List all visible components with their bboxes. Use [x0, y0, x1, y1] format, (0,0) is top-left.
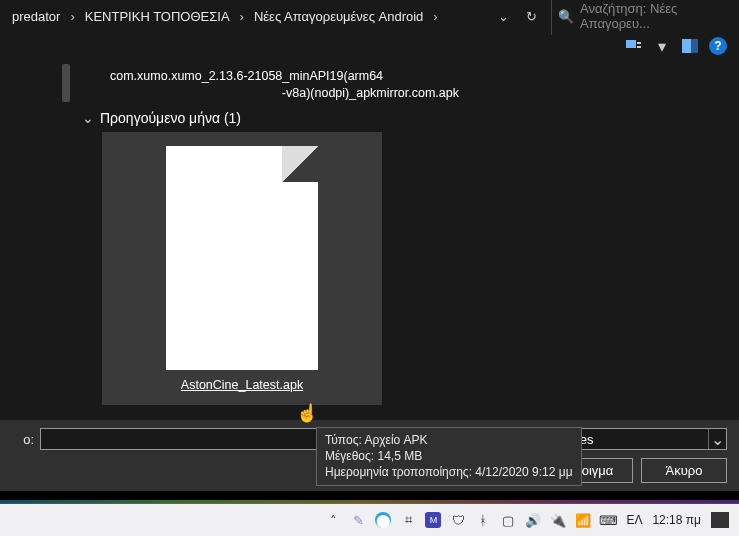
file-name-overflow: com.xumo.xumo_2.13.6-21058_minAPI19(arm6… [78, 68, 739, 102]
preview-pane-icon[interactable] [681, 37, 699, 55]
chevron-right-icon: › [431, 9, 439, 24]
taskbar[interactable]: ˄ ✎ ⬤ ⌗ M 🛡 ᚼ ▢ 🔊 🔌 📶 ⌨ ΕΛ 12:18 πμ [0, 504, 739, 536]
breadcrumb-item[interactable]: Νέες Απαγορευμένες Android [250, 7, 427, 26]
breadcrumb-item[interactable]: predator [8, 7, 64, 26]
svg-rect-4 [691, 39, 698, 53]
power-icon[interactable]: 🔌 [550, 512, 566, 528]
filename-label: ο: [12, 432, 34, 447]
volume-icon[interactable]: 🔊 [525, 512, 541, 528]
svg-rect-2 [637, 46, 641, 48]
history-dropdown-icon[interactable]: ⌄ [495, 8, 511, 24]
search-icon: 🔍 [558, 9, 574, 24]
file-item[interactable]: AstonCine_Latest.apk [102, 132, 382, 405]
notifications-icon[interactable] [711, 512, 729, 528]
clock[interactable]: 12:18 πμ [652, 513, 701, 527]
breadcrumb-item[interactable]: ΚΕΝΤΡΙΚΗ ΤΟΠΟΘΕΣΙΑ [81, 7, 234, 26]
help-icon[interactable]: ? [709, 37, 727, 55]
pen-icon[interactable]: ✎ [350, 512, 366, 528]
refresh-icon[interactable]: ↻ [523, 8, 539, 24]
chevron-right-icon: › [68, 9, 76, 24]
view-options-icon[interactable] [625, 37, 643, 55]
language-indicator[interactable]: ΕΛ [626, 513, 642, 527]
svg-rect-0 [626, 40, 636, 48]
chevron-down-icon: ⌄ [82, 110, 94, 126]
app-icon[interactable]: M [425, 512, 441, 528]
system-tray: ˄ ✎ ⬤ ⌗ M 🛡 ᚼ ▢ 🔊 🔌 📶 ⌨ [325, 512, 616, 528]
app-icon[interactable]: ⬤ [375, 512, 391, 528]
chevron-down-icon[interactable]: ⌄ [708, 429, 726, 449]
group-header[interactable]: ⌄ Προηγούμενο μήνα (1) [78, 102, 739, 130]
cancel-button[interactable]: Άκυρο [641, 458, 727, 483]
slack-icon[interactable]: ⌗ [400, 512, 416, 528]
wifi-icon[interactable]: 📶 [575, 512, 591, 528]
bluetooth-icon[interactable]: ᚼ [475, 512, 491, 528]
scrollbar[interactable] [0, 60, 74, 420]
breadcrumb[interactable]: predator › ΚΕΝΤΡΙΚΗ ΤΟΠΟΘΕΣΙΑ › Νέες Απα… [8, 7, 495, 26]
chevron-right-icon: › [238, 9, 246, 24]
search-input[interactable]: 🔍 Αναζήτηση: Νέες Απαγορευ... [551, 0, 731, 35]
address-bar: predator › ΚΕΝΤΡΙΚΗ ΤΟΠΟΘΕΣΙΑ › Νέες Απα… [0, 0, 739, 32]
file-tooltip: Τύπος: Αρχείο APK Μέγεθος: 14,5 MB Ημερο… [316, 427, 582, 486]
dropdown-icon[interactable]: ▾ [653, 37, 671, 55]
svg-rect-1 [637, 42, 641, 44]
search-placeholder: Αναζήτηση: Νέες Απαγορευ... [580, 1, 725, 31]
file-name-label: AstonCine_Latest.apk [181, 378, 303, 392]
document-icon [166, 146, 318, 370]
file-list-area: com.xumo.xumo_2.13.6-21058_minAPI19(arm6… [0, 60, 739, 420]
group-label: Προηγούμενο μήνα (1) [100, 110, 241, 126]
tray-chevron-icon[interactable]: ˄ [325, 512, 341, 528]
view-toolbar: ▾ ? [0, 32, 739, 60]
security-icon[interactable]: 🛡 [450, 512, 466, 528]
cast-icon[interactable]: ▢ [500, 512, 516, 528]
keyboard-icon[interactable]: ⌨ [600, 512, 616, 528]
